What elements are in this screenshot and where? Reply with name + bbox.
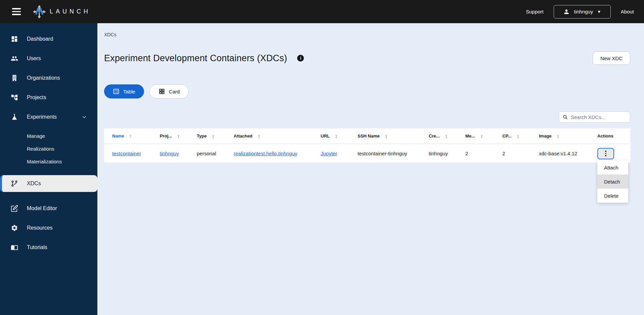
sidebar-subitem-realizations[interactable]: Realizations — [0, 142, 97, 155]
attached-link[interactable]: realizationtest.hello.tinhnguy — [234, 151, 321, 156]
column-header-memory[interactable]: Me... — [465, 133, 502, 139]
column-header-name[interactable]: Name — [112, 133, 160, 139]
column-header-image[interactable]: Image — [539, 133, 597, 139]
kebab-icon — [605, 151, 606, 152]
launch-logo: LAUNCH — [32, 5, 91, 19]
project-tree-icon — [11, 94, 18, 101]
sidebar-item-label: Experiments — [27, 114, 57, 120]
column-header-project[interactable]: Proj... — [160, 133, 197, 139]
sidebar-item-label: Tutorials — [27, 244, 47, 250]
building-icon — [11, 74, 18, 82]
users-icon — [11, 55, 18, 62]
sidebar-item-label: Model Editor — [27, 205, 57, 211]
launch-logo-icon — [32, 5, 46, 19]
caret-down-icon: ▼ — [597, 9, 601, 14]
sidebar-item-projects[interactable]: Projects — [0, 88, 97, 107]
cpu-value: 2 — [502, 151, 539, 156]
git-branch-icon — [11, 180, 18, 187]
sidebar-item-model-editor[interactable]: Model Editor — [0, 199, 97, 218]
column-header-url[interactable]: URL — [321, 133, 358, 139]
table-view-label: Table — [123, 89, 135, 94]
image-value: xdc-base:v1.4.12 — [539, 151, 597, 156]
table-view-icon — [113, 88, 120, 95]
table-header: Name Proj... Type Attached URL SSH Name … — [104, 128, 630, 144]
card-view-button[interactable]: Card — [149, 84, 189, 99]
column-header-ssh-name[interactable]: SSH Name — [358, 133, 429, 139]
menu-icon[interactable] — [12, 8, 21, 15]
sidebar-item-organizations[interactable]: Organizations — [0, 68, 97, 88]
column-header-creator[interactable]: Cre... — [429, 133, 465, 139]
row-actions-menu: Attach Detach Delete — [597, 160, 628, 203]
user-icon — [563, 8, 570, 15]
user-menu-button[interactable]: tinhnguy ▼ — [554, 5, 611, 18]
table-row: testcontainer tinhnguy personal realizat… — [104, 144, 630, 163]
column-header-cpu[interactable]: CP... — [502, 133, 539, 139]
about-link[interactable]: About — [621, 9, 634, 14]
sidebar-item-dashboard[interactable]: Dashboard — [0, 29, 97, 49]
card-view-label: Card — [169, 89, 180, 94]
sidebar-item-label: Users — [27, 55, 41, 62]
info-icon[interactable]: i — [297, 55, 304, 62]
sidebar-item-xdcs[interactable]: XDCs — [0, 175, 97, 192]
main-content: XDCs Experiment Development Containers (… — [97, 23, 644, 315]
column-header-type[interactable]: Type — [197, 133, 234, 139]
breadcrumb: XDCs — [104, 32, 630, 37]
brand-name: LAUNCH — [50, 8, 91, 15]
chevron-down-icon[interactable] — [81, 114, 88, 120]
sidebar-item-label: XDCs — [27, 181, 41, 187]
username-label: tinhnguy — [574, 9, 593, 14]
card-view-icon — [158, 88, 165, 95]
sidebar-item-label: Dashboard — [27, 36, 53, 42]
xdc-name-link[interactable]: testcontainer — [112, 151, 160, 156]
view-toggle: Table Card — [104, 84, 630, 99]
gears-icon — [11, 224, 18, 232]
sidebar: Dashboard Users Organizations Projects E… — [0, 23, 97, 315]
column-header-actions: Actions — [597, 133, 630, 139]
table-view-button[interactable]: Table — [104, 84, 144, 99]
type-value: personal — [197, 151, 234, 156]
menu-item-detach[interactable]: Detach — [597, 174, 628, 189]
creator-value: tinhnguy — [429, 151, 465, 156]
ssh-name-value: testcontainer-tinhnguy — [358, 151, 429, 156]
sidebar-item-label: Organizations — [27, 75, 60, 81]
new-xdc-button[interactable]: New XDC — [593, 51, 630, 65]
search-box — [559, 111, 630, 123]
topbar: LAUNCH Support tinhnguy ▼ About — [0, 0, 644, 23]
experiments-submenu: Manage Realizations Materializations — [0, 129, 97, 168]
search-icon — [562, 114, 568, 120]
support-link[interactable]: Support — [526, 9, 544, 14]
sidebar-item-tutorials[interactable]: Tutorials — [0, 238, 97, 257]
sidebar-item-label: Projects — [27, 94, 46, 101]
sidebar-subitem-manage[interactable]: Manage — [0, 129, 97, 142]
flask-icon — [11, 113, 18, 121]
sidebar-item-label: Resources — [27, 225, 52, 231]
sidebar-item-users[interactable]: Users — [0, 49, 97, 68]
project-link[interactable]: tinhnguy — [160, 151, 197, 156]
url-link[interactable]: Jupyter — [321, 151, 358, 156]
dashboard-icon — [11, 35, 18, 43]
book-icon — [11, 244, 18, 251]
column-header-attached[interactable]: Attached — [234, 133, 321, 139]
sidebar-item-resources[interactable]: Resources — [0, 218, 97, 238]
menu-item-delete[interactable]: Delete — [597, 189, 628, 203]
memory-value: 2 — [465, 151, 502, 156]
edit-icon — [11, 205, 18, 212]
xdc-table: Name Proj... Type Attached URL SSH Name … — [104, 128, 630, 163]
search-input[interactable] — [571, 114, 627, 120]
sidebar-subitem-materializations[interactable]: Materializations — [0, 155, 97, 168]
row-actions-button[interactable] — [597, 148, 614, 159]
menu-item-attach[interactable]: Attach — [597, 160, 628, 174]
page-title: Experiment Development Containers (XDCs) — [104, 53, 287, 64]
sidebar-item-experiments[interactable]: Experiments — [0, 107, 97, 127]
